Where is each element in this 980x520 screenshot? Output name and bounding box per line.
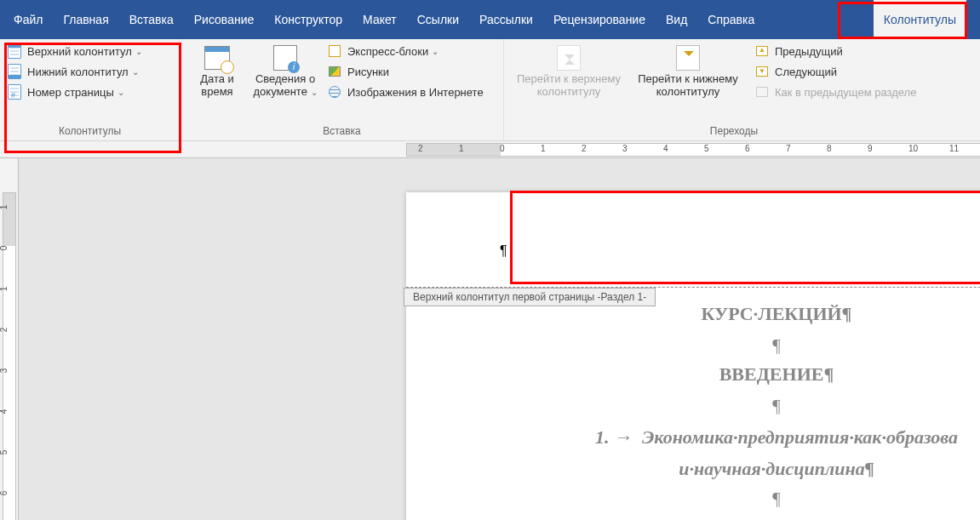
go-footer-icon bbox=[674, 44, 702, 71]
ribbon-group-headers: Верхний колонтитул ⌄ Нижний колонтитул ⌄… bbox=[0, 39, 181, 140]
go-to-header-button: Перейти к верхнемуколонтитулу bbox=[509, 41, 628, 102]
footer-icon bbox=[7, 64, 22, 79]
page-number-label: Номер страницы bbox=[27, 86, 114, 99]
header-dropdown[interactable]: Верхний колонтитул ⌄ bbox=[5, 41, 147, 61]
document-area: ¶ Верхний колонтитул первой страницы -Ра… bbox=[19, 158, 980, 520]
tab-help[interactable]: Справка bbox=[697, 0, 765, 39]
online-pictures-icon bbox=[327, 84, 342, 100]
ribbon-tabs: Файл Главная Вставка Рисование Конструкт… bbox=[0, 0, 980, 39]
go-header-icon bbox=[555, 44, 582, 71]
header-section-tag: Верхний колонтитул первой страницы -Разд… bbox=[404, 288, 656, 306]
tab-headers-footers[interactable]: Колонтитулы bbox=[874, 0, 966, 39]
ribbon: Верхний колонтитул ⌄ Нижний колонтитул ⌄… bbox=[0, 39, 980, 141]
chevron-down-icon: ⌄ bbox=[135, 47, 142, 56]
link-to-previous-button: Как в предыдущем разделе bbox=[753, 82, 921, 102]
tab-file[interactable]: Файл bbox=[3, 0, 53, 39]
paragraph-mark-icon: ¶ bbox=[500, 243, 507, 259]
document-info-icon bbox=[272, 44, 299, 71]
blank-para: ¶ bbox=[500, 393, 980, 420]
ribbon-group-navigation: Перейти к верхнемуколонтитулу Перейти к … bbox=[504, 39, 964, 140]
tab-view[interactable]: Вид bbox=[656, 0, 697, 39]
online-pictures-button[interactable]: Изображения в Интернете bbox=[325, 82, 489, 102]
header-area[interactable]: ¶ bbox=[406, 192, 980, 288]
doc-intro: ВВЕДЕНИЕ¶ bbox=[500, 360, 980, 388]
blank-para: ¶ bbox=[500, 486, 980, 513]
highlight-header-area bbox=[510, 191, 980, 284]
date-time-button[interactable]: Дата ивремя bbox=[186, 41, 249, 102]
group-insert-label: Вставка bbox=[186, 123, 498, 140]
header-icon bbox=[7, 43, 22, 59]
header-label: Верхний колонтитул bbox=[27, 45, 132, 58]
page-number-icon bbox=[7, 84, 22, 100]
quick-parts-icon bbox=[327, 43, 342, 59]
tab-mailings[interactable]: Рассылки bbox=[469, 0, 543, 39]
doc-paragraph: Экономика· предприятия· достаточно· слож… bbox=[500, 513, 980, 521]
tab-home[interactable]: Главная bbox=[53, 0, 118, 39]
page-number-dropdown[interactable]: Номер страницы ⌄ bbox=[5, 82, 147, 102]
doc-info-button[interactable]: Сведения одокументе ⌄ bbox=[249, 41, 322, 102]
ribbon-group-insert: Дата ивремя Сведения одокументе ⌄ Экспре… bbox=[181, 39, 504, 140]
tab-layout[interactable]: Макет bbox=[352, 0, 407, 39]
tab-references[interactable]: Ссылки bbox=[407, 0, 469, 39]
horizontal-ruler[interactable]: 2101234567891011 bbox=[0, 141, 980, 158]
calendar-icon bbox=[203, 44, 231, 71]
document-page[interactable]: ¶ Верхний колонтитул первой страницы -Ра… bbox=[406, 192, 980, 520]
link-previous-icon bbox=[754, 84, 770, 100]
next-section-button[interactable]: Следующий bbox=[753, 61, 921, 82]
document-body: КУРС·ЛЕКЦИЙ¶ ¶ ВВЕДЕНИЕ¶ ¶ 1. → Экономик… bbox=[406, 288, 980, 520]
footer-label: Нижний колонтитул bbox=[27, 66, 129, 78]
blank-para: ¶ bbox=[500, 333, 980, 360]
go-to-footer-button[interactable]: Перейти к нижнемуколонтитулу bbox=[628, 41, 748, 102]
group-nav-label: Переходы bbox=[509, 123, 959, 140]
tab-design[interactable]: Конструктор bbox=[264, 0, 352, 39]
doc-heading-1-cont: и·научная·дисциплина¶ bbox=[500, 454, 980, 483]
next-icon bbox=[754, 64, 770, 79]
group-headers-label: Колонтитулы bbox=[5, 123, 175, 140]
chevron-down-icon: ⌄ bbox=[432, 47, 438, 56]
tab-draw[interactable]: Рисование bbox=[184, 0, 265, 39]
doc-heading-1: 1. → Экономика·предприятия·как·образова bbox=[500, 423, 980, 451]
footer-dropdown[interactable]: Нижний колонтитул ⌄ bbox=[5, 61, 147, 82]
tab-review[interactable]: Рецензирование bbox=[543, 0, 656, 39]
pictures-icon bbox=[327, 64, 342, 79]
previous-section-button[interactable]: Предыдущий bbox=[753, 41, 921, 61]
previous-icon bbox=[754, 43, 770, 59]
chevron-down-icon: ⌄ bbox=[117, 88, 124, 97]
vertical-ruler[interactable]: 10123456 bbox=[0, 158, 19, 520]
tab-insert[interactable]: Вставка bbox=[119, 0, 184, 39]
pictures-button[interactable]: Рисунки bbox=[325, 61, 489, 82]
chevron-down-icon: ⌄ bbox=[132, 67, 139, 77]
quick-parts-dropdown[interactable]: Экспресс-блоки ⌄ bbox=[325, 41, 489, 61]
